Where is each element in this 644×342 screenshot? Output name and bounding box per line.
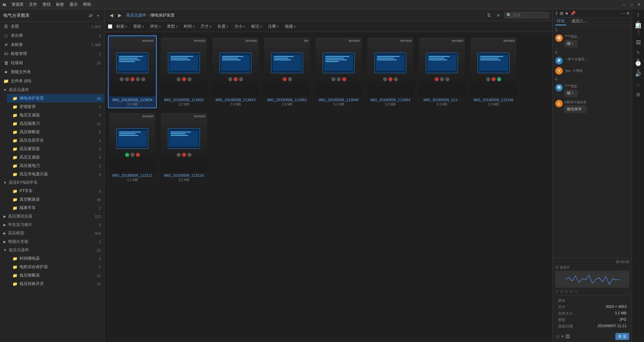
sidebar-sub-item-earthknife[interactable]: 📁 高压接地刀 2: [7, 162, 104, 170]
grid-item-3[interactable]: BH: [263, 35, 312, 108]
display-count: 6: [99, 172, 101, 176]
star-button[interactable]: ★: [565, 11, 569, 16]
sidebar-sub-item-arrester[interactable]: 📁 高压避雷器 3: [7, 145, 104, 153]
sidebar-item-trash[interactable]: 🗑 垃圾箱 10: [0, 58, 104, 67]
add-button[interactable]: +: [95, 12, 101, 19]
volume-icon[interactable]: 🔊: [635, 72, 641, 77]
sidebar-sub-item-relay[interactable]: 📁 继电保护装置 10: [7, 94, 104, 103]
filter-type[interactable]: 类型▾: [165, 23, 180, 30]
menu-item-file[interactable]: 文件: [29, 2, 37, 7]
refresh-button[interactable]: ⇄: [87, 12, 94, 19]
send-button[interactable]: 发 送: [615, 333, 629, 340]
grid-item-8[interactable]: BHX600: [108, 111, 157, 184]
forward-button[interactable]: ▶: [116, 12, 123, 19]
detail-row-rating: 评分: [558, 298, 626, 303]
filter-filesize[interactable]: 大小▾: [232, 23, 247, 30]
star-1: ☆: [555, 289, 559, 294]
grid-item-2[interactable]: BHX600: [211, 35, 260, 108]
grid-item-9[interactable]: BHX600: [159, 111, 208, 184]
filter-size[interactable]: 尺寸▾: [199, 23, 213, 30]
sidebar-group-high-voltage[interactable]: ▼ 高压元器件: [0, 86, 104, 94]
sidebar-sub-item-vcb[interactable]: 📁 真空断路器 48: [7, 195, 104, 204]
menu-item-find[interactable]: 查找: [42, 2, 51, 7]
sidebar-sub-item-display[interactable]: 📁 高压市电显示器 6: [7, 170, 104, 178]
sidebar-sub-item-lv-switch[interactable]: 📁 低压转换开关 14: [7, 280, 104, 288]
menu-item-help[interactable]: 帮助: [83, 2, 91, 7]
smart-folder-icon: ★: [3, 69, 9, 75]
sidebar-sub-item-pt[interactable]: 📁 PT手车 6: [7, 187, 104, 195]
filter-tags[interactable]: 标签▾: [114, 23, 129, 30]
sidebar-group-frame[interactable]: ▶ 高压框型 468: [0, 229, 104, 237]
sidebar-sub-item-vt[interactable]: 📁 电压互感器 2: [7, 111, 104, 119]
filter-links[interactable]: 链接▾: [283, 23, 298, 30]
close-button[interactable]: ✕: [637, 2, 641, 7]
sidebar-item-all[interactable]: ☰ 全部 1,403: [0, 22, 104, 31]
back-button[interactable]: ◀: [108, 12, 115, 19]
image-button[interactable]: 🖼: [565, 334, 570, 339]
sidebar-item-file-folder[interactable]: 📁 文件夹 (60): [0, 77, 104, 86]
sidebar-item-smart-folder[interactable]: ★ 智能文件夹: [0, 67, 104, 77]
grid-item-4[interactable]: BHX800: [314, 35, 363, 108]
sidebar-sub-item-bushing[interactable]: 📁 穿墙套管 1: [7, 103, 104, 111]
grid-item-1[interactable]: BHX500: [159, 35, 208, 108]
clock-icon[interactable]: 🕐 下课: [635, 61, 641, 67]
sidebar-item-untagged[interactable]: ✕ 未标签 1,398: [0, 40, 104, 49]
image-panel-icon[interactable]: 🖼: [636, 40, 641, 45]
filter-time[interactable]: 时间▾: [182, 23, 197, 30]
filter-notes[interactable]: 注释▾: [266, 23, 281, 30]
fuse-count: 5: [99, 130, 101, 134]
test-label: 高压测试仪器: [8, 213, 93, 219]
breadcrumb-parent[interactable]: 高压元器件: [126, 12, 146, 18]
sidebar-sub-item-timer[interactable]: 📁 时间继电器 3: [7, 254, 104, 263]
select-all-checkbox[interactable]: [108, 24, 112, 29]
sidebar-sub-item-fuse[interactable]: 📁 高压熔断器 5: [7, 128, 104, 136]
sidebar-group-kyn28[interactable]: ▼ 高压KYN28手车: [0, 178, 104, 187]
chat-sender-2: →梦十丰盛泵→: [564, 57, 588, 62]
share-button[interactable]: ⇧: [555, 11, 558, 16]
emoji-button[interactable]: ☺: [555, 334, 560, 339]
sort-button[interactable]: ⇅: [485, 11, 493, 19]
sidebar-item-tag-management[interactable]: 🏷 标签管理 1: [0, 49, 104, 58]
filter-length[interactable]: 长度▾: [215, 23, 230, 30]
music-icon[interactable]: ♪: [637, 82, 639, 87]
search-input[interactable]: [513, 13, 547, 18]
sidebar-sub-item-isolator[interactable]: 📁 隔离手车 2: [7, 204, 104, 212]
isolator-count: 2: [99, 206, 101, 210]
sidebar-sub-item-disconnect[interactable]: 📁 高压隔离刀 12: [7, 119, 104, 128]
tab-members[interactable]: 成员八...: [570, 18, 588, 25]
ppt-icon[interactable]: 📊 PPT: [635, 23, 641, 35]
disconnect-label: 高压隔离刀: [20, 121, 95, 126]
link-out-button[interactable]: ⊞: [560, 11, 563, 16]
sidebar-sub-item-ct[interactable]: 📁 高压互感器 4: [7, 153, 104, 162]
filter-rating[interactable]: 评分▾: [148, 23, 163, 30]
sidebar-group-low-voltage[interactable]: ▼ 低压元器件 22: [0, 246, 104, 254]
grid-item-5[interactable]: BHX800: [366, 35, 415, 108]
sidebar-group-test[interactable]: ▶ 高压测试仪器 125: [0, 212, 104, 221]
grid-item-6[interactable]: BHX800: [417, 35, 466, 108]
filter-button[interactable]: ≡: [495, 11, 501, 19]
sidebar-group-student[interactable]: ▶ 学生实习相片 8: [0, 221, 104, 229]
filter-annotation[interactable]: 标注▾: [249, 23, 264, 30]
pin-button[interactable]: 📌: [570, 11, 576, 16]
sidebar-sub-item-motor-prot[interactable]: 📁 电机综合保护器 5: [7, 263, 104, 271]
sidebar-sub-item-lv-fuse[interactable]: 📁 低压熔断器 11: [7, 271, 104, 280]
annotate-icon[interactable]: ✎ 批注版: [636, 50, 640, 56]
tab-discuss[interactable]: 讨论: [555, 18, 566, 25]
menu-item-library[interactable]: 资源库: [11, 2, 24, 7]
grid-item-7[interactable]: BHX600: [469, 35, 518, 108]
share-panel-icon[interactable]: ⇧ 分享屏幕: [636, 12, 640, 18]
panel-more-button[interactable]: ⋯: [620, 11, 625, 16]
menu-item-tags[interactable]: 标签: [56, 2, 64, 7]
sidebar-sub-item-loadswitch[interactable]: 📁 高压负荷开关 4: [7, 136, 104, 145]
folder-relay-icon: 📁: [12, 96, 18, 101]
sidebar-group-cable[interactable]: ▶ 电缆分支箱 2: [0, 237, 104, 246]
grid-item-0[interactable]: BHX600: [108, 35, 157, 108]
filter-shape[interactable]: 形状▾: [131, 23, 146, 30]
menu-item-display[interactable]: 显示: [69, 2, 78, 7]
delete-button[interactable]: ✕: [561, 334, 564, 339]
maximize-button[interactable]: □: [629, 2, 634, 7]
minimize-button[interactable]: ─: [622, 2, 626, 7]
sidebar-item-uncategorized[interactable]: □ 未分类 2: [0, 31, 104, 40]
panel-close-button[interactable]: ✕: [626, 11, 630, 16]
expand-icon[interactable]: ⊞: [636, 92, 640, 97]
